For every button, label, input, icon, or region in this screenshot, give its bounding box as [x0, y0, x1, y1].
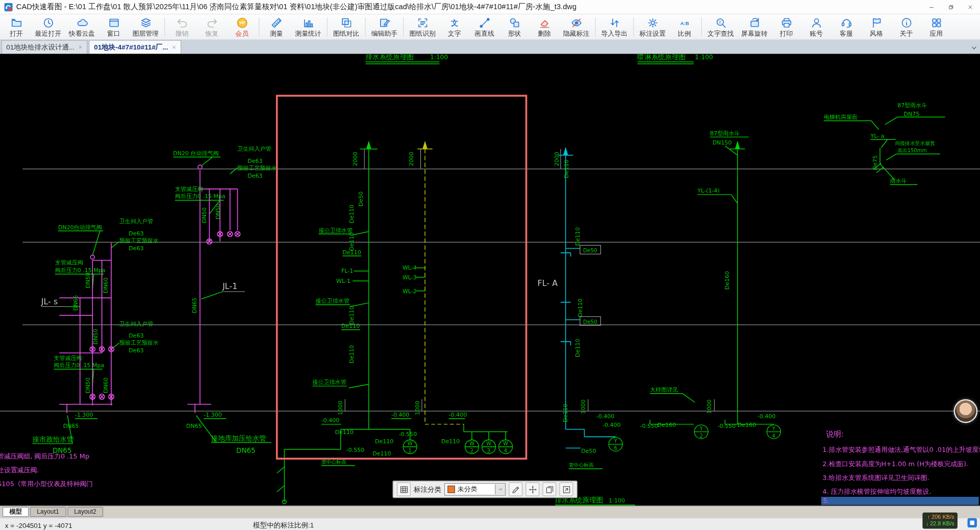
cad-text: YL- a: [870, 133, 885, 139]
dimension-lines: [41, 149, 714, 411]
cad-text: FL- A: [538, 278, 558, 288]
maximize-button[interactable]: [941, 0, 961, 14]
cad-text: 预留工艺预留水: [119, 340, 159, 346]
cad-text: -0.550: [399, 431, 417, 438]
tab-close-icon[interactable]: [172, 45, 177, 50]
toolbar-measure-stats-button[interactable]: 测量统计: [291, 15, 325, 39]
screen-rotate-icon: [748, 16, 760, 29]
toolbar-annotation-settings-button[interactable]: 标注设置: [636, 15, 669, 39]
cad-text: DN20自动排气阀: [58, 224, 102, 231]
toolbar-text-button[interactable]: 文文字: [439, 15, 469, 39]
toolbar-apps-button[interactable]: 应用: [921, 15, 951, 39]
toolbar-account-button[interactable]: 账号: [801, 15, 832, 39]
cad-text: DN50: [85, 378, 91, 394]
cad-text: De110: [348, 205, 355, 223]
minimize-button[interactable]: [922, 0, 941, 14]
annotation-classify-label: 标注分类: [414, 485, 441, 494]
cad-text: De110: [441, 438, 460, 445]
toolbar-shape-button[interactable]: 形状: [499, 15, 530, 39]
cad-text: 接公卫排水管: [316, 298, 349, 304]
cad-text: 接地库加压给水管: [211, 434, 266, 442]
toolbar-separator: [701, 17, 702, 36]
toolbar-edit-assistant-button[interactable]: 编辑助手: [367, 15, 401, 39]
toolbar-draw-line-button[interactable]: 画直线: [469, 15, 499, 39]
hide-annotation-icon: [570, 16, 582, 29]
toolbar-cloud-button[interactable]: 快看云盘: [65, 15, 98, 39]
tab-drawing-2[interactable]: 01地块-4#7#10#11#厂...: [89, 40, 181, 54]
tab-layout2[interactable]: Layout2: [67, 507, 104, 517]
cad-text: 阀后压力0 .15 Mpa: [175, 193, 225, 200]
toolbar-separator: [365, 17, 365, 36]
cad-text: WL-4: [403, 264, 417, 271]
toolbar-label: 最近打开: [35, 29, 61, 37]
toolbar-label: 文字查找: [708, 29, 734, 37]
category-selected: 未分类: [458, 485, 493, 494]
cad-text: 电梯机房屋面: [824, 114, 858, 121]
cad-text: 1.排水管安装参照通用做法,通气管以0 .01的上升坡度坡向通: [822, 446, 980, 453]
pipe-tag: W4: [499, 440, 513, 454]
toolbar-delete-button[interactable]: 删除: [530, 15, 560, 39]
toolbar-text-find-button[interactable]: 文文字查找: [703, 15, 737, 39]
tab-layout1[interactable]: Layout1: [30, 507, 66, 517]
toolbar-print-button[interactable]: 打印: [771, 15, 801, 39]
redo-icon: [206, 16, 218, 29]
toolbar-recent-button[interactable]: 最近打开: [31, 15, 65, 39]
copy-annotation-button[interactable]: [542, 483, 556, 496]
account-icon: [810, 16, 822, 29]
avatar[interactable]: [954, 399, 978, 423]
move-annotation-button[interactable]: [525, 483, 539, 496]
toolbar-hide-annotation-button[interactable]: 隐藏标注: [559, 15, 593, 39]
toolbar-open-folder-button[interactable]: 打开: [1, 15, 31, 39]
cad-text: 管减压阀组, 阀后压力0 .15 Mp: [0, 452, 89, 460]
cad-text: 阀后压力0 .15 Mpa: [55, 267, 106, 274]
cad-text: -0.550: [717, 423, 736, 429]
cad-text: 预留工艺预留水: [238, 165, 277, 172]
toolbar-layers-button[interactable]: 图层管理: [129, 15, 162, 39]
toolbar-label: 删除: [538, 29, 551, 37]
drain-pipes-green: [33, 62, 945, 505]
cad-text: 1000: [337, 401, 344, 415]
category-dropdown[interactable]: 未分类: [444, 483, 506, 496]
toolbar-label: 图纸对比: [333, 29, 359, 37]
tab-list-dropdown-icon[interactable]: [971, 42, 977, 54]
cad-text: 说明:: [826, 429, 844, 438]
cad-text: W: [503, 441, 508, 446]
edit-annotation-button[interactable]: [509, 483, 522, 496]
toolbar-style-button[interactable]: 风格: [861, 15, 891, 39]
toolbar-screen-rotate-button[interactable]: 屏幕旋转: [738, 15, 771, 39]
toolbar-about-button[interactable]: 关于: [891, 15, 921, 39]
toolbar-service-button[interactable]: 客服: [831, 15, 861, 39]
category-color-swatch: [447, 486, 455, 493]
highlight-rectangle[interactable]: [277, 96, 526, 459]
toolbar-label: 测量: [270, 29, 283, 37]
cad-text: De110: [348, 345, 355, 363]
cad-text: 3: [487, 448, 490, 453]
cad-text: -1.300: [75, 412, 93, 418]
cad-text: De160: [658, 422, 676, 428]
annotation-grid-button[interactable]: [397, 483, 411, 496]
toolbar-measure-button[interactable]: 测量: [261, 15, 291, 39]
close-button[interactable]: [961, 0, 980, 14]
toolbar-compare-button[interactable]: 图纸对比: [330, 15, 363, 39]
toolbar-window-button[interactable]: 窗口: [99, 15, 129, 39]
cad-text: 5.: [823, 497, 829, 504]
drawing-canvas[interactable]: 排水系统原理图1:100喷淋系统原理图1:100DN20 自动排气阀卫生间入户管…: [0, 54, 980, 505]
waste-pipe-cyan: [558, 148, 616, 448]
cad-text: 1000: [580, 400, 587, 414]
export-annotation-button[interactable]: [559, 483, 573, 496]
toolbar-import-export-button[interactable]: 导入导出: [597, 15, 631, 39]
tab-close-icon[interactable]: [79, 45, 83, 50]
toolbar-label: 标注设置: [639, 29, 665, 37]
pipe-arrow-cyan: [563, 147, 568, 155]
toolbar-undo-button: 撤销: [167, 15, 197, 39]
toolbar-scale-button[interactable]: A:B比例: [669, 15, 699, 39]
tab-model[interactable]: 模型: [3, 507, 29, 517]
layout-tabbar: 模型 Layout1 Layout2: [0, 505, 980, 517]
tray-icon[interactable]: [968, 518, 977, 527]
tab-drawing-1[interactable]: 01地块给排水设计通...: [1, 40, 88, 54]
toolbar-label: 打印: [780, 29, 793, 37]
toolbar-recognize-button[interactable]: 图纸识别: [406, 15, 439, 39]
toolbar-vip-button[interactable]: VIP会员: [227, 15, 257, 39]
cad-text: 2000: [408, 152, 415, 166]
cad-text: De110: [342, 249, 361, 256]
